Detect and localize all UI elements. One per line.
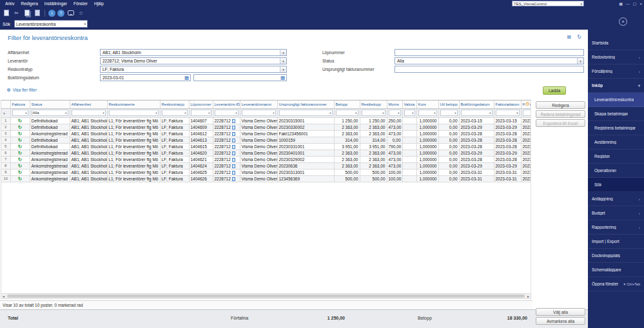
new-document-icon[interactable] [2,9,10,17]
table-row[interactable]: 5↻DefinitivbokadAB1; AB1 StockholmL1; Fö… [1,143,531,150]
sidebar-item-skapa-betalningar[interactable]: Skapa betalningar [588,107,644,121]
profile-selector[interactable]: TES_VismaControl ▾ [512,1,584,6]
sidebar-item-sok[interactable]: Sök [588,178,644,192]
gear-icon[interactable]: ⚙ [525,101,530,107]
column-header-reskontratyp[interactable]: Reskontratyp [160,101,189,108]
menu-hjalp[interactable]: Hjälp [91,1,107,6]
grid-corner-cell[interactable] [1,101,10,108]
clear-filter-icon[interactable]: ⊠ [567,34,571,40]
status-select[interactable]: Alla ▾ [395,57,584,64]
sidebar-item-avstamning[interactable]: Avstämning [588,135,644,150]
filter-cell-kurs[interactable]: ▾ [416,108,438,117]
filter-cell-affarsenhet[interactable]: ▾ [70,108,107,117]
ledger-grid[interactable]: FakturaStatusAffärsenhetReskontraserieRe… [1,100,531,293]
calendar-icon[interactable]: ▦ [279,75,286,81]
column-header-lopnummer[interactable]: Löpnummer [189,101,213,108]
column-header-utl-belopp[interactable]: Utl belopp [438,101,459,108]
sidebar-item-import-export[interactable]: Import | Export [588,235,644,249]
filter-cell-moms[interactable]: ▾ [387,108,402,117]
menu-redigera[interactable]: Redigera [17,1,41,6]
table-row[interactable]: 2↻DefinitivbokadAB1; AB1 StockholmL1; Fö… [1,124,531,130]
sidebar-item-registrera-betalningar[interactable]: Registrera betalningar [588,121,644,135]
leverantor-select[interactable]: 2228712; Visma Demo Oliver ▾ [100,57,287,64]
column-header-kurs[interactable]: Kurs [416,101,438,108]
filter-cell-leverantors-id[interactable]: ▾ [213,108,240,117]
minimize-button[interactable]: — [626,2,630,6]
table-row[interactable]: 10↻AnkomstregistreradAB1; AB1 StockholmL… [1,175,531,182]
valj-alla-button[interactable]: Välj alla [536,308,585,316]
supplier-link-icon[interactable] [232,139,235,142]
sidebar-item-leverantorsreskontra[interactable]: Leverantörsreskontra [588,93,644,107]
table-row[interactable]: 3↻AnkomstregistreradAB1; AB1 StockholmL1… [1,130,531,137]
avmarkera-alla-button[interactable]: Avmarkera alla [536,317,585,325]
reskontratyp-select[interactable]: LF; Faktura ▾ [100,66,287,73]
sidebar-item-rapportering[interactable]: Rapportering› [588,220,644,235]
filter-cell-belopp[interactable]: ▾ [334,108,360,117]
cut-icon[interactable]: ✂ [12,9,21,17]
filter-cell-reskontraserie[interactable]: ▾ [107,108,160,117]
column-header-bokforingsdatum[interactable]: Bokföringsdatum [459,101,494,108]
search-combo[interactable]: Leverantörsreskontra ▾ [14,20,88,28]
supplier-link-icon[interactable] [232,126,235,130]
table-row[interactable]: 1↻DefinitivbokadAB1; AB1 StockholmL1; Fö… [1,117,531,124]
chat-icon[interactable] [66,9,75,17]
column-header-moms[interactable]: Moms [387,101,402,108]
sidebar-item-schemalaggare[interactable]: Schemaläggare [588,263,644,277]
table-row[interactable]: 8↻AnkomstregistreradAB1; AB1 StockholmL1… [1,162,531,169]
close-button[interactable]: × [639,2,642,6]
sidebar-item-anlaggning[interactable]: Anläggning› [588,192,644,206]
filter-cell-restbelopp[interactable]: ▾ [360,108,387,117]
favorite-icon[interactable]: ☆ [77,9,85,17]
column-header-valuta[interactable]: Valuta [402,101,416,108]
column-header-status[interactable]: Status [30,101,70,108]
scroll-left-arrow[interactable]: ◄ [2,294,5,298]
supplier-link-icon[interactable] [232,177,235,181]
load-button[interactable]: Ladda [543,86,566,95]
collapse-sidebar-icon[interactable]: » [619,17,627,26]
column-header-ursprungligt-fakturanummer[interactable]: Ursprungligt fakturanummer [277,101,334,108]
supplier-link-icon[interactable] [232,132,235,136]
column-header-restbelopp[interactable]: Restbelopp [360,101,387,108]
paste-icon[interactable] [33,9,41,17]
filter-cell-leverantorsnamn[interactable]: ▾ [240,108,277,117]
help-icon[interactable]: ? [57,10,64,17]
maximize-button[interactable]: ▢ [633,1,637,6]
bokforingsdatum-to-input[interactable]: ▦ [193,74,287,81]
refresh-icon[interactable]: ↻ [577,34,581,40]
menu-arkiv[interactable]: Arkiv [2,1,17,6]
column-header-faktura[interactable]: Faktura [10,101,30,108]
calendar-icon[interactable]: ▦ [183,75,190,81]
table-row[interactable]: 6↻AnkomstregistreradAB1; AB1 StockholmL1… [1,150,531,156]
supplier-link-icon[interactable] [232,171,235,175]
sidebar-item-register[interactable]: Register [588,150,644,164]
supplier-link-icon[interactable] [232,119,235,123]
sidebar-item-oppna-fonster[interactable]: Öppna fönster▾Ctrl+Tab [588,277,644,291]
menu-fonster[interactable]: Fönster [70,1,91,6]
filter-cell-bokforingsdatum[interactable]: ▾ [459,108,494,117]
filter-cell-lopnummer[interactable]: ▾ [189,108,213,117]
supplier-link-icon[interactable] [232,151,235,155]
scrollbar-thumb[interactable] [7,294,525,298]
sidebar-item-inkop[interactable]: Inköp▾ [588,79,644,93]
show-more-filters-link[interactable]: ⊕ Visa fler filter [6,87,37,93]
sidebar-item-redovisning[interactable]: Redovisning› [588,50,644,64]
redigera-button[interactable]: Redigera [536,101,585,109]
scroll-right-arrow[interactable]: ► [527,294,530,298]
column-header-affarsenhet[interactable]: Affärsenhet [70,101,107,108]
apps-icon[interactable]: ▦ [619,1,623,6]
radera-betalningsrad-button[interactable]: Radera betalningsrad [536,110,585,118]
sidebar-item-dockningsplats[interactable]: Dockningsplats [588,249,644,263]
filter-cell-fakturadatum[interactable]: ▾ [494,108,521,117]
filter-cell-utl-belopp[interactable]: ▾ [438,108,459,117]
table-row[interactable]: 9↻AnkomstregistreradAB1; AB1 StockholmL1… [1,169,531,175]
filter-cell-valuta[interactable]: ▾ [402,108,416,117]
column-header-reskontraserie[interactable]: Reskontraserie [107,101,160,108]
menu-installningar[interactable]: Inställningar [41,1,70,6]
column-header-fakturadatum[interactable]: Fakturadatum [494,101,521,108]
info-icon[interactable]: i [48,10,55,17]
supplier-link-icon[interactable] [232,164,235,168]
horizontal-scrollbar[interactable]: ◄ ► [1,293,531,299]
fakturanummer-input[interactable] [395,66,584,73]
filter-cell-ursprungligt-fakturanummer[interactable]: ▾ [277,108,334,117]
table-row[interactable]: 4↻DefinitivbokadAB1; AB1 StockholmL1; Fö… [1,137,531,143]
